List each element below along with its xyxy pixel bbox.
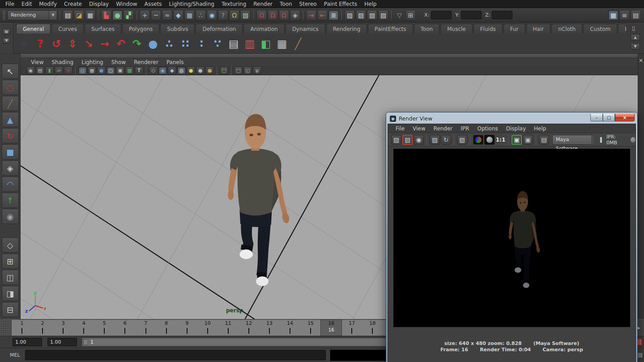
move-tool-icon[interactable]: ▲ [2, 112, 19, 127]
viewport-menu-lighting[interactable]: Lighting [77, 59, 107, 65]
render-view-titlebar[interactable]: ◉ Render View – □ × [388, 114, 636, 124]
smooth-bind-icon[interactable]: ◧ [258, 36, 274, 52]
mel-command-input[interactable] [25, 350, 326, 360]
animation-start-field[interactable] [13, 338, 42, 346]
channel-box-icon[interactable]: ▦ [608, 10, 618, 20]
select-component-icon[interactable]: ▞ [124, 10, 134, 20]
graph-pane-layout-icon[interactable]: ⊟ [2, 302, 19, 317]
renderview-menu-view[interactable]: View [409, 125, 429, 132]
resolution-gate-icon[interactable]: ▣ [116, 66, 124, 74]
construction-history-icon[interactable]: ≣ [328, 10, 339, 20]
make-live-icon[interactable]: ▦ [184, 10, 195, 20]
shelf-tab-toggle-button[interactable]: ▼ [3, 38, 10, 43]
shelf-scroll-down-button[interactable]: ▼ [631, 43, 640, 50]
soft-modification-icon[interactable]: ◠ [2, 177, 19, 192]
shelf-tab-fluids[interactable]: Fluids [473, 24, 503, 34]
output-connections-icon[interactable]: ⇤ [317, 10, 328, 20]
remove-image-icon[interactable]: ▣ [523, 135, 533, 145]
maximize-button[interactable]: □ [603, 114, 615, 121]
four-pane-layout-icon[interactable]: ⊞ [2, 254, 19, 269]
magnet-point-icon[interactable]: Ω [279, 10, 289, 20]
minimize-button[interactable]: – [590, 114, 603, 121]
menu-help[interactable]: Help [361, 0, 380, 8]
alpha-channel-icon[interactable] [484, 135, 495, 145]
shelf-tab-subdivs[interactable]: Subdivs [160, 24, 195, 34]
grid-toggle-icon[interactable]: ◇ [78, 66, 87, 74]
ipr-render-icon[interactable]: ▨ [367, 10, 377, 20]
save-scene-icon[interactable]: ▦ [85, 10, 95, 20]
menu-file[interactable]: File [2, 0, 18, 8]
shelf-tab-polygons[interactable]: Polygons [122, 24, 159, 34]
split-pane-layout-icon[interactable]: ◨ [2, 286, 19, 301]
redo-icon[interactable]: ↷ [129, 36, 145, 52]
lattice-icon[interactable]: ▦ [274, 36, 290, 52]
chevron-down-icon[interactable]: ▼ [49, 11, 57, 20]
shelf-menu-button[interactable]: ▦ [3, 29, 10, 34]
renderview-menu-options[interactable]: Options [473, 125, 502, 132]
timeline-frame-16[interactable]: 1616 [321, 320, 341, 336]
shelf-tab-curves[interactable]: Curves [51, 24, 84, 34]
menu-stereo[interactable]: Stereo [296, 0, 320, 8]
new-scene-icon[interactable]: ▤ [63, 10, 73, 20]
timeline-frame-4[interactable]: 4 [73, 320, 94, 336]
bookmark-icon[interactable]: ▮ [45, 66, 54, 74]
viewport-menu-panels[interactable]: Panels [162, 59, 188, 65]
open-render-settings-icon[interactable]: ▤ [539, 135, 549, 145]
rendered-image-area[interactable] [393, 149, 630, 327]
snap-plane-icon[interactable]: ◆ [173, 10, 183, 20]
tool-settings-icon[interactable]: ≡ [619, 10, 630, 20]
menu-toon[interactable]: Toon [276, 0, 296, 8]
frame-toggle-icon[interactable]: ○ [107, 66, 115, 74]
highlight-selection-icon[interactable]: ▧ [240, 10, 251, 20]
viewport-menu-view[interactable]: View [27, 59, 47, 65]
menu-display[interactable]: Display [85, 0, 112, 8]
trash-icon[interactable]: ▯ [632, 25, 635, 31]
snapshot-icon[interactable]: ◉ [414, 135, 424, 145]
shelf-tab-deformation[interactable]: Deformation [196, 24, 243, 34]
viewport-panel-header[interactable] [21, 54, 638, 58]
timeline-frame-11[interactable]: 11 [218, 320, 239, 336]
joint-tool-icon[interactable]: ∴ [161, 36, 177, 52]
shelf-tab-dynamics[interactable]: Dynamics [286, 24, 325, 34]
magnet-curve-icon[interactable]: Ω [268, 10, 278, 20]
select-tool-icon[interactable]: ↖ [2, 64, 19, 79]
wireframe-on-shaded-icon[interactable]: ◱ [243, 66, 252, 74]
wireframe-mode-icon[interactable]: ◇ [149, 66, 158, 74]
time-slider-grip[interactable] [0, 319, 11, 336]
y-input[interactable] [461, 11, 482, 19]
open-render-view-icon[interactable]: ▨ [345, 10, 355, 20]
attribute-editor-icon[interactable]: ▤ [631, 10, 641, 20]
undo-icon[interactable]: ↶ [113, 36, 129, 52]
camera-dolly-icon[interactable]: ⇕ [64, 36, 81, 52]
shelf-tab-rendering[interactable]: Rendering [326, 24, 367, 34]
use-all-lights-icon[interactable]: ◍ [177, 66, 186, 74]
timeline-frame-1[interactable]: 1 [12, 320, 32, 336]
default-light-icon[interactable]: ● [187, 66, 195, 74]
range-start-handle[interactable] [83, 339, 88, 345]
select-camera-icon[interactable]: ◉ [26, 66, 35, 74]
viewport-menu-show[interactable]: Show [107, 59, 130, 65]
timeline-frame-5[interactable]: 5 [94, 320, 115, 336]
show-manipulator-icon[interactable]: ↑ [2, 193, 19, 208]
menu-paint-effects[interactable]: Paint Effects [320, 0, 361, 8]
ik-handle-icon[interactable]: ∷ [177, 36, 193, 52]
paint-weights-icon[interactable]: ╱ [290, 36, 306, 52]
renderer-dropdown[interactable]: Maya Software [552, 135, 594, 145]
script-editor-icon[interactable]: ▤ [638, 352, 643, 358]
pause-ipr-icon[interactable]: ‖ [599, 136, 603, 143]
x-input[interactable] [431, 11, 452, 19]
shelf-tab-muscle[interactable]: Muscle [440, 24, 473, 34]
timeline-frame-6[interactable]: 6 [115, 320, 135, 336]
render-settings-icon[interactable]: ▨ [378, 10, 388, 20]
mel-label[interactable]: MEL [10, 352, 20, 358]
lasso-select-tool-icon[interactable]: ◌ [2, 80, 19, 95]
render-globals-icon[interactable]: ◉ [16, 36, 32, 52]
keep-image-icon[interactable]: ▣ [512, 135, 522, 145]
refresh-ipr-icon[interactable]: ↻ [441, 135, 451, 145]
camera-orbit-icon[interactable]: ↺ [48, 36, 64, 52]
input-connections-icon[interactable]: ⇥ [306, 10, 316, 20]
snap-grid-icon[interactable]: + [140, 10, 150, 20]
timeline-frame-7[interactable]: 7 [135, 320, 156, 336]
timeline-frame-9[interactable]: 9 [177, 320, 197, 336]
last-tool-icon[interactable]: ◉ [2, 209, 19, 224]
